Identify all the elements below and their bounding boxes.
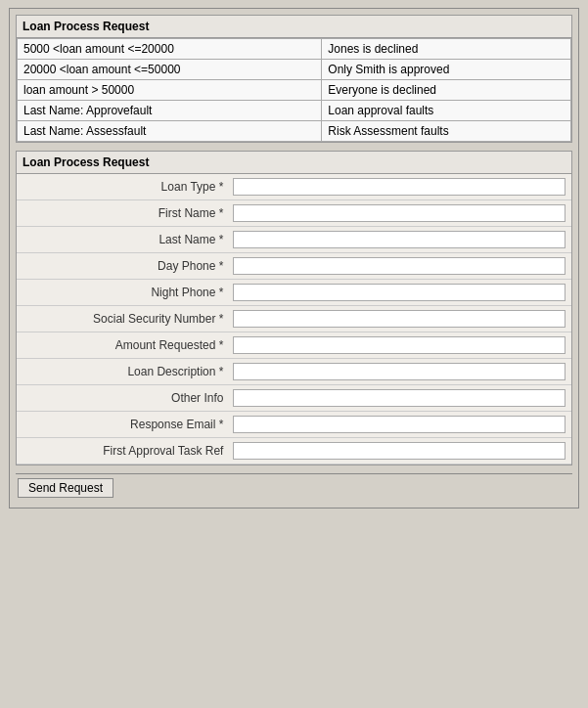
label-first-approval-task-ref: First Approval Task Ref [17,438,227,465]
label-loan-description: Loan Description * [17,359,227,385]
input-cell-first-name [227,200,571,227]
form-row: First Name * [17,200,571,227]
rule-result: Jones is declined [322,39,571,60]
input-amount-requested[interactable] [233,336,565,354]
form-row: Day Phone * [17,253,571,280]
rules-table: 5000 <loan amount <=20000Jones is declin… [17,38,571,142]
input-response-email[interactable] [233,416,565,433]
label-night-phone: Night Phone * [17,280,227,306]
form-row: Loan Type * [17,174,571,200]
input-loan-type[interactable] [233,178,565,196]
outer-container: Loan Process Request 5000 <loan amount <… [9,8,579,509]
rule-row: Last Name: ApprovefaultLoan approval fau… [18,101,571,121]
input-night-phone[interactable] [233,284,565,301]
rule-result: Only Smith is approved [322,60,571,80]
label-amount-requested: Amount Requested * [17,332,227,359]
bottom-bar: Send Request [16,473,572,502]
form-row: Social Security Number * [17,306,571,332]
rule-row: 5000 <loan amount <=20000Jones is declin… [18,39,571,60]
rule-condition: 5000 <loan amount <=20000 [18,39,322,60]
input-first-approval-task-ref[interactable] [233,442,565,460]
input-loan-description[interactable] [233,363,565,380]
input-last-name[interactable] [233,231,565,248]
input-cell-loan-description [227,359,571,385]
label-other-info: Other Info [17,385,227,412]
input-cell-response-email [227,412,571,438]
form-row: Night Phone * [17,280,571,306]
send-request-button[interactable]: Send Request [18,478,113,498]
label-day-phone: Day Phone * [17,253,227,280]
rule-row: loan amount > 50000Everyone is declined [18,80,571,101]
input-day-phone[interactable] [233,257,565,275]
label-ssn: Social Security Number * [17,306,227,332]
label-loan-type: Loan Type * [17,174,227,200]
rule-row: 20000 <loan amount <=50000Only Smith is … [18,60,571,80]
rule-result: Loan approval faults [322,101,571,121]
form-row: First Approval Task Ref [17,438,571,465]
label-last-name: Last Name * [17,227,227,253]
input-ssn[interactable] [233,310,565,328]
input-cell-ssn [227,306,571,332]
rule-result: Risk Assessment faults [322,121,571,142]
input-cell-amount-requested [227,332,571,359]
rule-condition: Last Name: Assessfault [18,121,322,142]
input-cell-first-approval-task-ref [227,438,571,465]
rule-result: Everyone is declined [322,80,571,101]
rules-panel-title: Loan Process Request [17,16,571,38]
rules-panel: Loan Process Request 5000 <loan amount <… [16,15,572,143]
rule-condition: 20000 <loan amount <=50000 [18,60,322,80]
input-cell-loan-type [227,174,571,200]
form-row: Other Info [17,385,571,412]
form-row: Amount Requested * [17,332,571,359]
input-first-name[interactable] [233,204,565,222]
form-row: Loan Description * [17,359,571,385]
form-row: Last Name * [17,227,571,253]
form-panel: Loan Process Request Loan Type *First Na… [16,151,572,465]
rule-row: Last Name: AssessfaultRisk Assessment fa… [18,121,571,142]
input-cell-night-phone [227,280,571,306]
input-cell-day-phone [227,253,571,280]
label-first-name: First Name * [17,200,227,227]
rule-condition: loan amount > 50000 [18,80,322,101]
rule-condition: Last Name: Approvefault [18,101,322,121]
label-response-email: Response Email * [17,412,227,438]
input-cell-other-info [227,385,571,412]
form-row: Response Email * [17,412,571,438]
input-other-info[interactable] [233,389,565,407]
input-cell-last-name [227,227,571,253]
form-panel-title: Loan Process Request [17,152,571,174]
form-table: Loan Type *First Name *Last Name *Day Ph… [17,174,571,465]
